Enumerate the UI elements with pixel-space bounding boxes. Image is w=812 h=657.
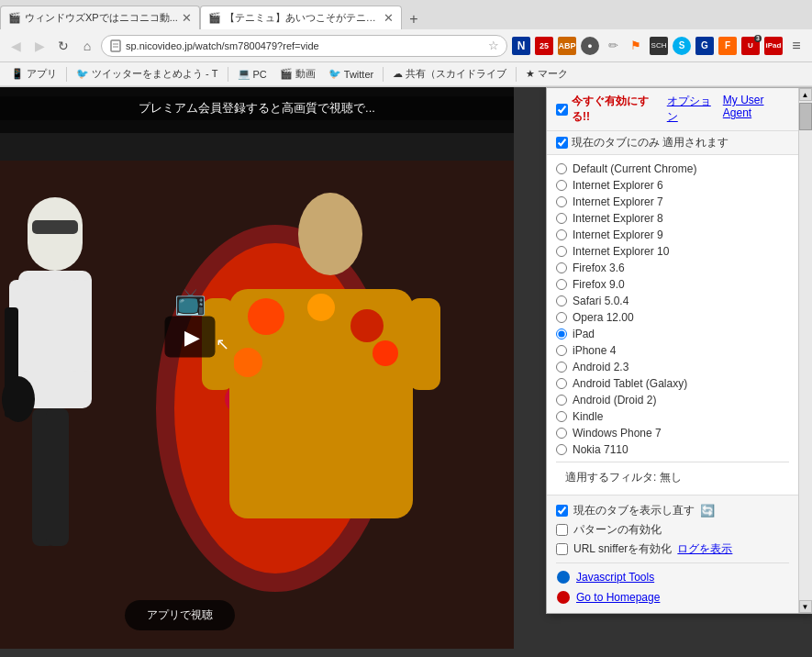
sch-badge: SCH [650, 37, 668, 55]
svg-point-21 [2, 376, 35, 422]
n-extension-icon[interactable]: N [511, 36, 531, 56]
back-button[interactable]: ◀ [6, 36, 26, 56]
scroll-thumb[interactable] [799, 103, 812, 130]
browser-chrome: 🎬 ウィンドウズXPではニコニコ動... ✕ 🎬 【テニミュ】あいつこそがテニス… [0, 0, 812, 87]
toolbar-icons: N 25 ABP ● ✏ ⚑ SCH S G [511, 36, 806, 56]
option-winphone[interactable]: Windows Phone 7 [556, 425, 789, 441]
option-iphone4[interactable]: iPhone 4 [556, 342, 789, 359]
new-tab-button[interactable]: + [402, 9, 426, 29]
scroll-track [799, 101, 812, 600]
apps-icon: 📱 [11, 68, 24, 80]
menu-button[interactable]: ≡ [786, 36, 806, 56]
bookmark-twitter-list[interactable]: 🐦 ツイッターをまとめよう - T [71, 65, 224, 83]
skype-badge: S [673, 37, 691, 55]
option-safari[interactable]: Safari 5.0.4 [556, 293, 789, 309]
panel-subheader: 現在のタブにのみ 適用されます [547, 131, 798, 155]
play-area[interactable]: 📺 ▶ [165, 289, 216, 358]
refresh-row: 現在のタブを表示し直す 🔄 [556, 501, 789, 520]
star-icon[interactable]: ☆ [488, 39, 499, 52]
refresh-text: 現在のタブを表示し直す [573, 503, 695, 518]
mark-icon: ★ [526, 68, 535, 80]
js-tools-row[interactable]: Javascript Tools [556, 567, 789, 587]
pattern-checkbox[interactable] [556, 524, 568, 536]
bookmark-apps[interactable]: 📱 アプリ [6, 65, 62, 83]
tab-2[interactable]: 🎬 【テニミュ】あいつこそがテニスの... ✕ [200, 6, 402, 29]
n-icon: N [512, 37, 530, 55]
app-button[interactable]: アプリで視聴 [125, 600, 235, 630]
refresh-checkbox[interactable] [556, 505, 568, 517]
refresh-button[interactable]: ↻ [53, 36, 73, 56]
bookmark-apps-label: アプリ [27, 67, 57, 81]
bookmark-twitter-label: Twitter [344, 69, 373, 80]
option-default[interactable]: Default (Current Chrome) [556, 161, 789, 177]
scrollbar[interactable]: ▲ ▼ [798, 88, 811, 613]
option-ie8-label: Internet Explorer 8 [573, 212, 663, 225]
flag-icon[interactable]: ⚑ [626, 36, 646, 56]
svg-point-23 [298, 193, 362, 275]
icon5[interactable]: ● [580, 36, 600, 56]
option-android-droid[interactable]: Android (Droid 2) [556, 392, 789, 408]
tab-2-close[interactable]: ✕ [384, 11, 394, 25]
option-android-tablet[interactable]: Android Tablet (Galaxy) [556, 375, 789, 392]
abp-icon[interactable]: ABP [557, 36, 577, 56]
bookmark-pc[interactable]: 💻 PC [232, 66, 273, 82]
option-ff9[interactable]: Firefox 9.0 [556, 276, 789, 293]
option-ie8[interactable]: Internet Explorer 8 [556, 210, 789, 227]
log-link[interactable]: ログを表示 [677, 541, 732, 557]
sch-icon[interactable]: SCH [649, 36, 669, 56]
tab-1-close[interactable]: ✕ [182, 11, 192, 25]
homepage-row[interactable]: Go to Homepage [556, 587, 789, 607]
bookmark-sep-4 [516, 67, 517, 82]
option-ie10[interactable]: Internet Explorer 10 [556, 243, 789, 260]
options-link[interactable]: オプション [667, 94, 717, 125]
user-agent-link[interactable]: My User Agent [723, 94, 789, 125]
option-ie9[interactable]: Internet Explorer 9 [556, 227, 789, 243]
option-ipad[interactable]: iPad [556, 326, 789, 342]
option-ie7[interactable]: Internet Explorer 7 [556, 194, 789, 210]
tab-1[interactable]: 🎬 ウィンドウズXPではニコニコ動... ✕ [0, 6, 200, 29]
option-ie9-label: Internet Explorer 9 [573, 228, 663, 241]
forward-button[interactable]: ▶ [29, 36, 50, 56]
red-circle-icon [557, 591, 570, 604]
sniffer-text: URL snifferを有効化 [573, 541, 672, 557]
play-button[interactable]: ▶ [165, 317, 216, 358]
pattern-row: パターンの有効化 [556, 520, 789, 540]
tab-only-checkbox[interactable] [556, 137, 568, 149]
icon-ipad[interactable]: iPad [763, 36, 784, 56]
option-android23[interactable]: Android 2.3 [556, 359, 789, 375]
bookmark-twitter[interactable]: 🐦 Twitter [323, 66, 379, 82]
pencil-icon[interactable]: ✏ [603, 36, 623, 56]
option-ff36[interactable]: Firefox 3.6 [556, 260, 789, 276]
svg-rect-0 [111, 40, 120, 51]
icon-red-badge[interactable]: U 3 [740, 36, 761, 56]
scroll-down-button[interactable]: ▼ [799, 600, 812, 613]
icon-orange[interactable]: F [717, 36, 738, 56]
enable-checkbox[interactable] [556, 104, 568, 116]
adblock-icon[interactable]: 25 [534, 36, 554, 56]
bookmark-sep-2 [228, 67, 228, 82]
home-button[interactable]: ⌂ [77, 36, 97, 56]
orange-badge: F [718, 37, 737, 55]
bookmarks-bar: 📱 アプリ 🐦 ツイッターをまとめよう - T 💻 PC 🎬 動画 🐦 Twit… [0, 62, 812, 86]
subheader-text: 現在のタブにのみ 適用されます [572, 135, 729, 150]
sniffer-checkbox[interactable] [556, 543, 568, 555]
panel-inner: 今すぐ有効にする!! オプション My User Agent 現在のタブにのみ … [547, 88, 798, 613]
video-art [0, 87, 514, 649]
homepage-link[interactable]: Go to Homepage [576, 591, 660, 604]
svg-rect-17 [69, 280, 92, 372]
option-nokia[interactable]: Nokia 7110 [556, 441, 789, 458]
blue-circle-icon [557, 571, 570, 584]
scroll-up-button[interactable]: ▲ [799, 88, 812, 101]
option-ie6[interactable]: Internet Explorer 6 [556, 177, 789, 194]
bookmark-skydrive[interactable]: ☁ 共有（スカイドライブ [387, 65, 512, 83]
option-opera[interactable]: Opera 12.00 [556, 309, 789, 326]
option-kindle[interactable]: Kindle [556, 408, 789, 425]
icon-blue[interactable]: G [695, 36, 715, 56]
menu-icon: ≡ [792, 38, 800, 54]
bookmark-mark[interactable]: ★ マーク [520, 65, 573, 83]
skype-icon[interactable]: S [672, 36, 692, 56]
bookmark-video[interactable]: 🎬 動画 [274, 65, 321, 83]
address-bar[interactable]: sp.nicovideo.jp/watch/sm7800479?ref=vide… [101, 35, 507, 57]
js-tools-link[interactable]: Javascript Tools [576, 571, 654, 584]
red-badge: U 3 [741, 37, 760, 55]
